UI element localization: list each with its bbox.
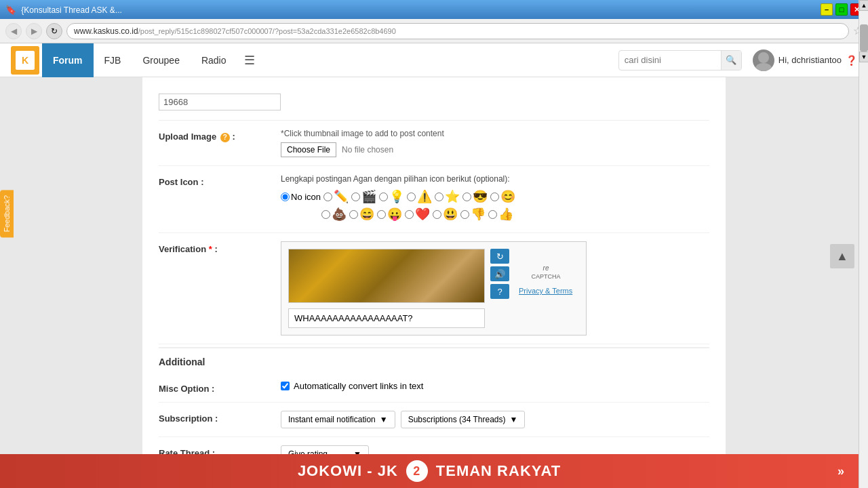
top-text-input[interactable] (159, 94, 281, 110)
nav-radio[interactable]: Radio (191, 43, 237, 77)
nav-forum-label: Forum (53, 55, 83, 66)
additional-section-title: Additional (159, 347, 709, 373)
scroll-thumb[interactable] (860, 24, 868, 52)
icon-tongue-radio[interactable] (377, 210, 386, 219)
choose-file-button[interactable]: Choose File (281, 142, 336, 157)
captcha-help-button[interactable]: ? (490, 284, 509, 299)
thumbsup-icon[interactable]: 👍 (498, 207, 513, 222)
icon-cool-radio[interactable] (462, 192, 471, 201)
post-icon-content: Lengkapi postingan Agan dengan pilihan i… (281, 174, 709, 224)
icon-laugh-radio[interactable] (349, 210, 358, 219)
nav-groupee-label: Groupee (142, 55, 179, 66)
icon-star-option: ⭐ (435, 189, 460, 204)
avatar[interactable] (753, 49, 774, 71)
icon-poop-radio[interactable] (321, 210, 330, 219)
icon-pencil-radio[interactable] (323, 192, 332, 201)
scroll-up-button[interactable]: ▲ (859, 0, 868, 11)
site-nav: K Forum FJB Groupee Radio ☰ 🔍 Hi, dchris… (0, 43, 868, 77)
refresh-button[interactable]: ↻ (46, 23, 62, 39)
subscriptions-dropdown[interactable]: Subscriptions (34 Threads) ▼ (401, 411, 526, 428)
captcha-audio-button[interactable]: 🔊 (490, 266, 509, 281)
feedback-tab[interactable]: Feedback? (0, 190, 14, 237)
bulb-icon[interactable]: 💡 (389, 189, 404, 204)
hamburger-button[interactable]: ☰ (237, 43, 262, 77)
subscription-row: Subscription : Instant email notificatio… (159, 403, 709, 437)
captcha-refresh-button[interactable]: ↻ (490, 249, 509, 264)
email-notification-dropdown[interactable]: Instant email notification ▼ (281, 411, 395, 428)
auto-convert-checkbox[interactable] (281, 382, 290, 390)
help-icon[interactable]: ❓ (846, 55, 857, 66)
icon-warning-radio[interactable] (407, 192, 416, 201)
captcha-logo-area: re CAPTCHA Privacy & Terms (512, 249, 579, 303)
no-icon-option: No icon (281, 192, 321, 202)
window-controls: – □ ✕ (821, 3, 863, 16)
maximize-button[interactable]: □ (835, 3, 848, 16)
post-icon-label: Post Icon : (159, 174, 281, 187)
icon-row-2: 💩 😄 😛 ❤️ (281, 207, 709, 222)
nav-fjb[interactable]: FJB (94, 43, 132, 77)
tongue-icon[interactable]: 😛 (387, 207, 402, 222)
banner-close-button[interactable]: » (837, 464, 845, 479)
upload-image-label-text: Upload Image (159, 131, 216, 142)
bottom-banner: JOKOWI - JK 2 TEMAN RAKYAT » (0, 454, 859, 488)
captcha-controls: ↻ 🔊 ? (490, 249, 509, 303)
warning-icon[interactable]: ⚠️ (417, 189, 432, 204)
thumbsdown-icon[interactable]: 👎 (471, 207, 486, 222)
post-icon-label-text: Post Icon (159, 177, 199, 187)
forward-button[interactable]: ▶ (26, 23, 42, 39)
verification-content: ↻ 🔊 ? re CAPTCHA (281, 241, 709, 336)
laugh-icon[interactable]: 😄 (359, 207, 374, 222)
pencil-icon[interactable]: ✏️ (334, 189, 349, 204)
icon-bulb-radio[interactable] (379, 192, 388, 201)
scroll-down-button[interactable]: ▼ (859, 52, 868, 62)
heart-icon[interactable]: ❤️ (415, 207, 430, 222)
auto-convert-checkbox-label[interactable]: Automatically convert links in text (281, 381, 709, 391)
post-icon-row: Post Icon : Lengkapi postingan Agan deng… (159, 166, 709, 233)
scrollbar[interactable]: ▲ ▼ (859, 0, 868, 488)
nav-forum[interactable]: Forum (42, 43, 94, 77)
no-icon-label[interactable]: No icon (291, 192, 321, 202)
icon-thumbsup-radio[interactable] (488, 210, 497, 219)
banner-number-text: 2 (413, 464, 420, 479)
star-icon[interactable]: ⭐ (445, 189, 460, 204)
icon-happy-option: 😊 (490, 189, 515, 204)
banner-text-left: JOKOWI - JK (298, 462, 398, 480)
icon-cool-option: 😎 (462, 189, 488, 204)
icon-happy-radio[interactable] (490, 192, 499, 201)
back-button[interactable]: ◀ (5, 23, 22, 39)
url-box[interactable]: www.kaskus.co.id /post_reply/515c1c89802… (66, 23, 849, 39)
search-input[interactable] (619, 55, 721, 65)
happy-icon[interactable]: 😊 (500, 189, 515, 204)
minimize-button[interactable]: – (821, 3, 833, 16)
site-logo[interactable]: K (11, 46, 39, 75)
logo-inner: K (16, 51, 35, 70)
captcha-image (288, 249, 485, 303)
icon-row-1: No icon ✏️ 🎬 💡 (281, 189, 709, 204)
captcha-input[interactable] (288, 308, 485, 328)
icon-thumbsdown-radio[interactable] (460, 210, 469, 219)
upload-help-icon[interactable]: ? (220, 133, 230, 142)
scroll-to-top-button[interactable]: ▲ (830, 244, 854, 268)
icon-smile-option: 😃 (433, 207, 458, 222)
icon-star-radio[interactable] (435, 192, 443, 201)
no-icon-radio[interactable] (281, 192, 290, 201)
verification-row: Verification * : ↻ 🔊 ? (159, 233, 709, 344)
content-area: Upload Image ? : *Click thumbnail image … (142, 77, 726, 488)
poop-icon[interactable]: 💩 (332, 207, 347, 222)
dropdown-chevron-icon: ▼ (380, 415, 388, 424)
nav-groupee[interactable]: Groupee (132, 43, 190, 77)
search-button[interactable]: 🔍 (721, 50, 741, 70)
captcha-privacy-link[interactable]: Privacy & Terms (519, 287, 572, 295)
upload-hint: *Click thumbnail image to add to post co… (281, 129, 709, 138)
icon-heart-radio[interactable] (405, 210, 414, 219)
icon-movie-radio[interactable] (351, 192, 360, 201)
icon-smile-radio[interactable] (433, 210, 441, 219)
subscription-content: Instant email notification ▼ Subscriptio… (281, 411, 709, 428)
movie-icon[interactable]: 🎬 (361, 189, 376, 204)
no-file-text: No file chosen (342, 145, 393, 155)
misc-option-label: Misc Option : (159, 381, 281, 394)
smile-icon[interactable]: 😃 (443, 207, 458, 222)
subscription-dropdowns: Instant email notification ▼ Subscriptio… (281, 411, 709, 428)
cool-icon[interactable]: 😎 (473, 189, 488, 204)
title-bar: 🔖 {Konsultasi Thread ASK &... – □ ✕ (0, 0, 868, 19)
